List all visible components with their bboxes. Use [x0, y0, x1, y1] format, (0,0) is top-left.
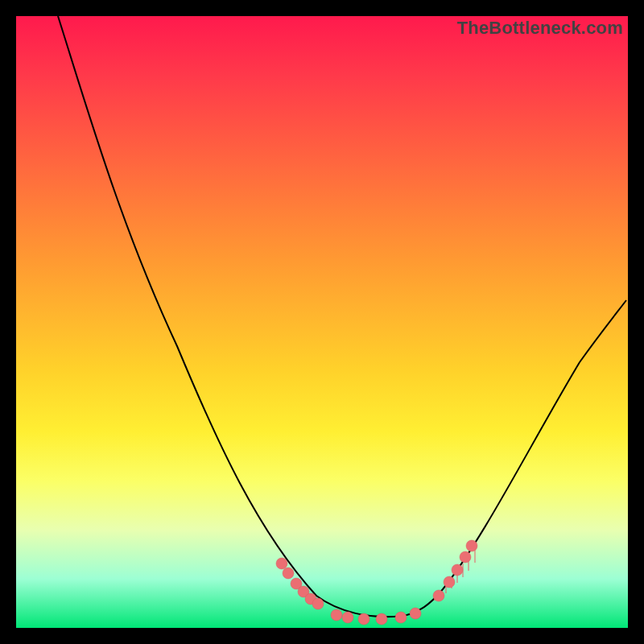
- svg-point-21: [444, 576, 455, 588]
- svg-point-17: [376, 613, 387, 625]
- chart-overlay: [16, 16, 628, 628]
- svg-point-9: [283, 568, 294, 579]
- svg-point-16: [358, 613, 369, 625]
- svg-point-18: [395, 612, 407, 623]
- svg-point-8: [276, 558, 287, 569]
- marker-cluster-right: [433, 540, 477, 601]
- chart-frame: TheBottleneck.com: [16, 16, 628, 628]
- svg-point-20: [433, 590, 444, 601]
- svg-point-14: [331, 609, 342, 621]
- svg-point-13: [312, 598, 324, 609]
- svg-point-19: [410, 608, 421, 619]
- svg-point-15: [342, 612, 353, 623]
- bottleneck-curve: [58, 16, 626, 617]
- marker-cluster-left: [276, 558, 324, 609]
- svg-point-24: [466, 540, 477, 551]
- svg-point-22: [452, 564, 463, 576]
- svg-point-23: [460, 551, 471, 563]
